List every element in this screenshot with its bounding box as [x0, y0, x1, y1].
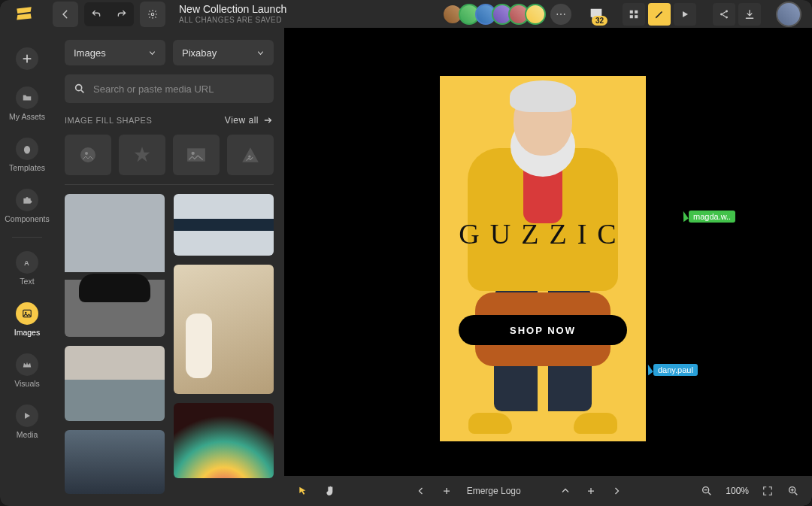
cta-button[interactable]: SHOP NOW — [459, 315, 627, 345]
image-placeholder-icon — [79, 146, 97, 164]
redo-icon — [117, 9, 127, 20]
zoom-in-button[interactable] — [782, 480, 804, 502]
rail-label: Components — [5, 214, 50, 223]
select-tool[interactable] — [292, 480, 314, 502]
layer-name-input[interactable] — [461, 486, 551, 496]
share-button[interactable] — [713, 3, 735, 26]
layer-up-button[interactable] — [554, 480, 577, 502]
profile-avatar[interactable] — [776, 2, 801, 27]
zoom-out-button[interactable] — [695, 480, 718, 502]
svg-point-12 — [76, 85, 82, 91]
hand-tool[interactable] — [319, 480, 341, 502]
gallery-image[interactable] — [174, 265, 274, 394]
artboard[interactable]: GUZZIC SHOP NOW — [440, 76, 646, 441]
undo-icon — [91, 9, 102, 20]
collaborator-name: magda.w.. — [689, 211, 735, 223]
zoom-value[interactable]: 100% — [721, 486, 753, 496]
share-toolbar — [713, 3, 761, 26]
rail-components[interactable]: Components — [0, 181, 54, 231]
save-status: ALL CHANGES ARE SAVED — [179, 16, 286, 25]
zoom-in-icon — [787, 485, 799, 497]
comments-button[interactable]: 32 — [588, 6, 604, 23]
search-icon — [74, 83, 86, 95]
section-title: IMAGE FILL SHAPES — [65, 116, 152, 125]
gallery-image[interactable] — [174, 403, 274, 478]
rail-templates[interactable]: Templates — [0, 130, 54, 180]
gallery-image[interactable] — [65, 430, 165, 494]
history-group — [84, 2, 134, 26]
collaborator-name: dany.paul — [653, 364, 698, 376]
text-icon: A — [22, 257, 32, 268]
play-button[interactable] — [674, 3, 696, 26]
app-logo[interactable] — [11, 1, 38, 28]
share-icon — [719, 9, 729, 20]
svg-point-16 — [192, 152, 195, 155]
shape-rect[interactable] — [173, 135, 220, 175]
next-layer-button[interactable] — [605, 480, 628, 502]
grid-icon — [629, 9, 639, 20]
download-button[interactable] — [738, 3, 761, 26]
collaborator-cursor: magda.w.. — [680, 211, 735, 223]
chevron-up-icon — [561, 486, 570, 495]
rail-label: Visuals — [14, 379, 40, 388]
svg-point-0 — [151, 13, 154, 16]
undo-button[interactable] — [86, 4, 107, 25]
folder-icon — [22, 92, 32, 103]
zoom-out-icon — [701, 485, 713, 497]
brand-text[interactable]: GUZZIC — [440, 217, 646, 250]
shape-triangle[interactable] — [227, 135, 274, 175]
fullscreen-icon — [762, 486, 773, 496]
rail-label: Media — [17, 430, 38, 439]
svg-point-17 — [248, 156, 250, 158]
shape-star[interactable] — [119, 135, 165, 175]
svg-text:A: A — [24, 259, 29, 267]
view-all-link[interactable]: View all — [225, 115, 274, 126]
back-button[interactable] — [53, 2, 78, 27]
rail-visuals[interactable]: Visuals — [0, 346, 54, 395]
plus-icon — [22, 53, 32, 64]
rail-images[interactable]: Images — [0, 295, 54, 344]
chevron-down-icon — [256, 49, 265, 57]
fit-screen-button[interactable] — [756, 480, 779, 502]
shape-circle[interactable] — [65, 135, 111, 175]
prev-layer-button[interactable] — [410, 480, 432, 502]
play-icon — [23, 411, 32, 420]
add-button[interactable] — [0, 40, 54, 77]
rail-label: My Assets — [9, 112, 45, 121]
download-icon — [744, 9, 755, 20]
gallery-image[interactable] — [65, 194, 165, 337]
search-input[interactable] — [93, 83, 265, 95]
images-panel: Images Pixabay IMAGE FILL SHAPES View al… — [54, 28, 284, 506]
rail-text[interactable]: A Text — [0, 244, 54, 293]
dropdown-value: Pixabay — [182, 47, 217, 59]
rail-label: Templates — [9, 163, 45, 172]
redo-button[interactable] — [111, 4, 132, 25]
svg-rect-4 — [635, 15, 638, 18]
avatar[interactable] — [525, 4, 546, 25]
canvas-area: GUZZIC SHOP NOW magda.w.. dany.paul — [284, 28, 812, 506]
edit-mode-button[interactable] — [648, 3, 671, 26]
more-collaborators-button[interactable]: ⋯ — [550, 4, 571, 25]
rail-my-assets[interactable]: My Assets — [0, 79, 54, 129]
svg-rect-2 — [635, 10, 638, 13]
collaborator-avatars: ⋯ — [447, 4, 571, 25]
gallery-image[interactable] — [65, 346, 165, 421]
triangle-icon — [241, 146, 260, 164]
grid-view-button[interactable] — [623, 3, 645, 26]
svg-point-14 — [85, 152, 88, 155]
document-title-block: New Collection Launch ALL CHANGES ARE SA… — [179, 3, 286, 25]
canvas-viewport[interactable]: GUZZIC SHOP NOW magda.w.. dany.paul — [284, 28, 812, 476]
plus-icon — [442, 486, 451, 495]
document-title[interactable]: New Collection Launch — [179, 3, 286, 16]
gallery-image[interactable] — [174, 194, 274, 256]
asset-type-dropdown[interactable]: Images — [65, 40, 165, 65]
settings-button[interactable] — [140, 2, 165, 27]
egg-icon — [22, 144, 32, 154]
cursor-icon — [298, 486, 308, 496]
bottom-bar: 100% — [284, 476, 812, 506]
asset-source-dropdown[interactable]: Pixabay — [173, 40, 274, 65]
rail-media[interactable]: Media — [0, 397, 54, 447]
add-sibling-button[interactable] — [580, 480, 602, 502]
arrow-right-icon — [263, 115, 274, 126]
add-layer-button[interactable] — [435, 480, 458, 502]
